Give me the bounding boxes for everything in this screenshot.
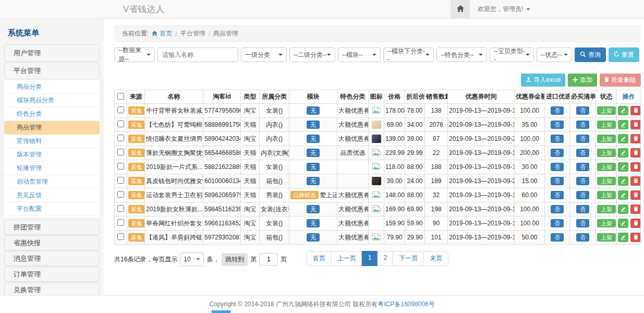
status-badge[interactable]: 上架 bbox=[597, 163, 616, 172]
status-badge[interactable]: 上架 bbox=[597, 106, 616, 115]
import-select-badge[interactable]: 否 bbox=[551, 233, 564, 242]
edit-button[interactable] bbox=[618, 134, 628, 143]
select-all-checkbox[interactable] bbox=[117, 93, 124, 100]
status-badge[interactable]: 上架 bbox=[597, 149, 616, 158]
import-excel-button[interactable]: 导入excel bbox=[521, 74, 565, 87]
edit-button[interactable] bbox=[618, 204, 628, 214]
reset-button[interactable]: 重置 bbox=[609, 47, 639, 62]
page-button[interactable]: 上一页 bbox=[331, 251, 362, 266]
must-buy-badge[interactable]: 否 bbox=[576, 233, 589, 242]
name-search-input[interactable] bbox=[157, 47, 238, 62]
level1-category-select[interactable]: 一级分类 bbox=[241, 47, 287, 62]
delete-button[interactable] bbox=[630, 204, 641, 214]
edit-button[interactable] bbox=[618, 176, 628, 186]
sidebar-submenu-item[interactable]: 特色分类 bbox=[4, 107, 100, 121]
status-select[interactable]: --状态-- bbox=[537, 47, 572, 62]
page-button[interactable]: 1 bbox=[362, 251, 378, 266]
import-select-badge[interactable]: 否 bbox=[551, 177, 564, 186]
delete-button[interactable] bbox=[630, 162, 641, 172]
must-buy-badge[interactable]: 否 bbox=[576, 191, 589, 200]
per-page-select[interactable]: 10 bbox=[180, 252, 204, 266]
delete-button[interactable] bbox=[630, 176, 641, 186]
must-buy-badge[interactable]: 否 bbox=[576, 163, 589, 172]
row-checkbox[interactable] bbox=[117, 135, 124, 141]
jump-button[interactable]: 跳转到 bbox=[222, 253, 248, 266]
import-select-badge[interactable]: 否 bbox=[551, 135, 564, 143]
row-checkbox[interactable] bbox=[117, 233, 124, 240]
delete-button[interactable] bbox=[630, 233, 641, 242]
delete-button[interactable] bbox=[630, 219, 641, 228]
home-button[interactable] bbox=[451, 0, 470, 18]
page-number-input[interactable] bbox=[259, 253, 278, 266]
module-sub-select[interactable]: --模块下分类-- bbox=[383, 47, 434, 62]
feature-category-select[interactable]: --特色分类-- bbox=[436, 47, 487, 62]
module-select[interactable]: --模块-- bbox=[338, 47, 381, 62]
page-button[interactable]: 首页 bbox=[307, 251, 332, 266]
sidebar-submenu-item[interactable]: 平台配置 bbox=[4, 202, 100, 216]
edit-button[interactable] bbox=[618, 233, 628, 242]
sidebar-submenu-item[interactable]: 意见反馈 bbox=[4, 189, 100, 202]
status-badge[interactable]: 上架 bbox=[597, 135, 616, 143]
batch-delete-button[interactable]: 批量删除 bbox=[600, 74, 641, 87]
edit-button[interactable] bbox=[618, 190, 628, 200]
page-button[interactable]: 下一页 bbox=[393, 251, 424, 266]
import-select-badge[interactable]: 否 bbox=[551, 219, 564, 228]
breadcrumb-home-link[interactable]: 首页 bbox=[152, 29, 172, 38]
delete-button[interactable] bbox=[630, 190, 641, 200]
sidebar-submenu-item[interactable]: 商品管理 bbox=[4, 121, 100, 135]
sidebar-group-item[interactable]: 省惠快报 bbox=[4, 235, 100, 250]
add-button[interactable]: 添加 bbox=[568, 74, 597, 87]
search-button[interactable]: 查询 bbox=[575, 47, 606, 62]
import-select-badge[interactable]: 否 bbox=[551, 163, 564, 172]
import-select-badge[interactable]: 否 bbox=[551, 121, 564, 129]
delete-button[interactable] bbox=[630, 134, 641, 143]
import-select-badge[interactable]: 否 bbox=[551, 106, 564, 115]
import-select-badge[interactable]: 否 bbox=[551, 191, 564, 200]
page-button[interactable]: 2 bbox=[378, 251, 394, 266]
sidebar-submenu-item[interactable]: 轮播管理 bbox=[4, 162, 100, 175]
status-badge[interactable]: 上架 bbox=[597, 191, 616, 200]
row-checkbox[interactable] bbox=[117, 121, 124, 127]
must-buy-badge[interactable]: 否 bbox=[576, 219, 589, 228]
row-checkbox[interactable] bbox=[117, 177, 124, 184]
data-source-select[interactable]: --数据来源-- bbox=[114, 47, 155, 62]
status-badge[interactable]: 上架 bbox=[597, 177, 616, 186]
edit-button[interactable] bbox=[618, 162, 628, 172]
sidebar-group-item[interactable]: 平台管理 bbox=[4, 62, 100, 79]
row-checkbox[interactable] bbox=[117, 205, 124, 212]
sidebar-group-item[interactable]: 用户管理 bbox=[4, 44, 100, 62]
edit-button[interactable] bbox=[618, 219, 628, 228]
user-menu[interactable]: 欢迎您，管理员! bbox=[470, 0, 538, 18]
must-buy-badge[interactable]: 否 bbox=[576, 177, 589, 186]
row-checkbox[interactable] bbox=[117, 106, 124, 113]
delete-button[interactable] bbox=[630, 120, 641, 129]
delete-button[interactable] bbox=[630, 148, 641, 158]
status-badge[interactable]: 上架 bbox=[597, 205, 616, 214]
status-badge[interactable]: 上架 bbox=[597, 121, 616, 129]
edit-button[interactable] bbox=[618, 148, 628, 158]
row-checkbox[interactable] bbox=[117, 149, 124, 155]
must-buy-badge[interactable]: 否 bbox=[576, 121, 589, 129]
must-buy-badge[interactable]: 否 bbox=[576, 135, 589, 143]
must-buy-badge[interactable]: 否 bbox=[576, 205, 589, 214]
edit-button[interactable] bbox=[618, 120, 628, 129]
sidebar-submenu-item[interactable]: 模块商品分类 bbox=[4, 94, 100, 107]
delete-button[interactable] bbox=[630, 106, 641, 115]
row-checkbox[interactable] bbox=[117, 219, 124, 226]
import-select-badge[interactable]: 否 bbox=[551, 205, 564, 214]
sidebar-group-item[interactable]: 拼团管理 bbox=[4, 220, 100, 235]
edit-button[interactable] bbox=[618, 106, 628, 115]
status-badge[interactable]: 上架 bbox=[597, 219, 616, 228]
page-button[interactable]: 末页 bbox=[423, 251, 448, 266]
icp-link[interactable]: 粤ICP备16098006号 bbox=[378, 300, 434, 309]
sidebar-submenu-item[interactable]: 宣传物料 bbox=[4, 135, 100, 148]
sidebar-submenu-item[interactable]: 商品分类 bbox=[4, 80, 100, 94]
row-checkbox[interactable] bbox=[117, 191, 124, 198]
row-checkbox[interactable] bbox=[117, 163, 124, 170]
sidebar-submenu-item[interactable]: 版本管理 bbox=[4, 148, 100, 162]
sidebar-submenu-item[interactable]: 启动页管理 bbox=[4, 175, 100, 189]
level2-category-select[interactable]: --二级分类-- bbox=[289, 47, 335, 62]
item-type-select[interactable]: --宝贝类型-- bbox=[490, 47, 534, 62]
status-badge[interactable]: 上架 bbox=[597, 233, 616, 242]
sidebar-group-item[interactable]: 订单管理 bbox=[4, 267, 100, 282]
